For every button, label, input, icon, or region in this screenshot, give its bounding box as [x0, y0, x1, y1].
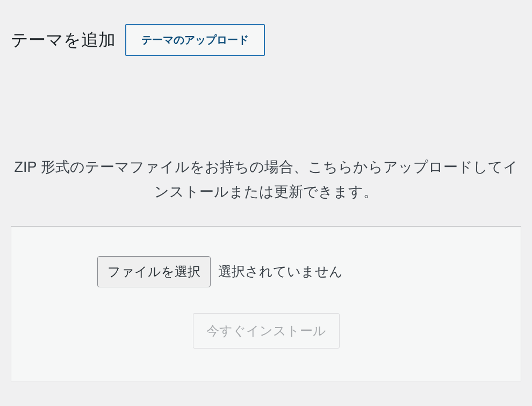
file-input-row: ファイルを選択 選択されていません [33, 256, 499, 287]
file-status-text: 選択されていません [218, 263, 343, 280]
install-now-button[interactable]: 今すぐインストール [193, 313, 340, 349]
file-select-button[interactable]: ファイルを選択 [97, 256, 211, 287]
upload-theme-button[interactable]: テーマのアップロード [125, 24, 265, 56]
upload-description: ZIP 形式のテーマファイルをお持ちの場合、こちらからアップロードしてインストー… [0, 155, 532, 205]
page-title: テーマを追加 [11, 30, 116, 50]
upload-form-box: ファイルを選択 選択されていません 今すぐインストール [11, 226, 521, 381]
